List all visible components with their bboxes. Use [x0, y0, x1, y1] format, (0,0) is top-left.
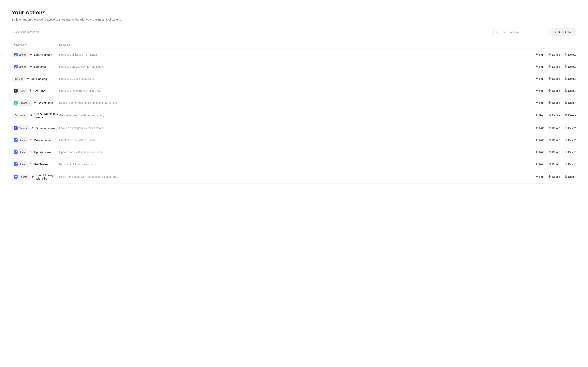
delete-icon: [564, 126, 567, 130]
run-button[interactable]: Run: [536, 89, 544, 92]
run-button[interactable]: Run: [536, 175, 544, 178]
svg-marker-55: [536, 114, 538, 116]
details-button[interactable]: Details: [548, 101, 561, 104]
details-icon: [548, 89, 551, 92]
svg-rect-12: [14, 65, 17, 68]
run-icon: [536, 126, 538, 130]
svg-rect-2: [14, 53, 17, 56]
delete-label: Delete: [568, 77, 576, 80]
action-description: Gets all issues in a Github repository.: [59, 114, 536, 117]
action-name-text: Select Data: [38, 101, 53, 105]
folder-name: Linear: [19, 163, 26, 166]
run-button[interactable]: Run: [536, 150, 544, 154]
action-name: Get Issue: [30, 65, 47, 68]
delete-label: Delete: [568, 150, 576, 154]
folder-badge: Linear: [12, 137, 28, 143]
lightning-icon: [30, 114, 33, 117]
svg-marker-13: [536, 65, 538, 67]
details-button[interactable]: Details: [548, 53, 561, 56]
action-description: Retrieves an issue by ID from Linear.: [59, 65, 536, 68]
delete-icon: [564, 89, 567, 92]
delete-button[interactable]: Delete: [564, 65, 576, 68]
delete-icon: [564, 77, 567, 80]
folder-icon: [14, 162, 17, 166]
action-name-text: Create Issue: [34, 139, 51, 142]
details-button[interactable]: Details: [548, 114, 561, 117]
delete-button[interactable]: Delete: [564, 77, 576, 80]
search-wrapper: [494, 28, 549, 36]
run-label: Run: [539, 101, 544, 104]
run-label: Run: [539, 163, 544, 166]
svg-rect-54: [14, 114, 17, 117]
row-actions: Run Details: [536, 150, 576, 154]
details-button[interactable]: Details: [548, 65, 561, 68]
row-actions: Run Details: [536, 101, 576, 104]
folder-name: Github: [19, 114, 26, 117]
svg-text:P: P: [15, 90, 16, 92]
lightning-icon: [30, 65, 32, 68]
svg-marker-76: [536, 139, 538, 141]
delete-button[interactable]: Delete: [564, 139, 576, 142]
delete-button[interactable]: Delete: [564, 163, 576, 166]
run-icon: [536, 101, 538, 104]
action-description: Retrieves all issues from Linear.: [59, 53, 536, 56]
run-button[interactable]: Run: [536, 163, 544, 166]
run-button[interactable]: Run: [536, 114, 544, 117]
run-icon: [536, 150, 538, 154]
delete-icon: [564, 65, 567, 68]
run-button[interactable]: Run: [536, 126, 544, 130]
action-description: Updates an existing issue in Linear.: [59, 150, 536, 154]
delete-label: Delete: [568, 89, 576, 92]
run-label: Run: [539, 65, 544, 68]
details-icon: [548, 126, 551, 130]
svg-rect-18: [565, 66, 567, 67]
run-button[interactable]: Run: [536, 139, 544, 142]
details-button[interactable]: Details: [548, 175, 561, 178]
delete-button[interactable]: Delete: [564, 101, 576, 104]
details-button[interactable]: Details: [548, 163, 561, 166]
delete-label: Delete: [568, 139, 576, 142]
delete-label: Delete: [568, 163, 576, 166]
search-input[interactable]: [494, 28, 549, 36]
details-button[interactable]: Details: [548, 150, 561, 154]
folder-name: Linear: [19, 139, 26, 142]
delete-button[interactable]: Delete: [564, 126, 576, 130]
run-label: Run: [539, 126, 544, 130]
run-button[interactable]: Run: [536, 101, 544, 104]
lightning-icon: [30, 150, 32, 154]
delete-label: Delete: [568, 126, 576, 130]
actions-table: Folder/Name Description Linear Get All I…: [12, 42, 576, 184]
lightning-icon: [30, 139, 32, 142]
details-button[interactable]: Details: [548, 89, 561, 92]
run-button[interactable]: Run: [536, 65, 544, 68]
folder-name: Discord: [19, 175, 27, 178]
action-name-text: Get Booking: [31, 77, 47, 81]
action-name: Update Issue: [30, 150, 51, 154]
details-label: Details: [552, 89, 561, 92]
action-description: Posts a message with an attached file to…: [59, 175, 536, 178]
svg-line-1: [498, 33, 498, 33]
plus-icon: +: [555, 31, 556, 34]
folder-badge: P Prefix: [12, 88, 27, 93]
action-name-text: Get All Repository Issues: [34, 112, 59, 119]
row-actions: Run Details: [536, 89, 576, 92]
table-row: Linear Get All Issues Retrieves all issu…: [12, 49, 576, 61]
run-button[interactable]: Run: [536, 53, 544, 56]
delete-icon: [564, 150, 567, 154]
details-button[interactable]: Details: [548, 77, 561, 80]
delete-button[interactable]: Delete: [564, 175, 576, 178]
run-icon: [536, 114, 538, 117]
delete-button[interactable]: Delete: [564, 150, 576, 154]
details-button[interactable]: Details: [548, 139, 561, 142]
delete-button[interactable]: Delete: [564, 53, 576, 56]
lightning-icon: [30, 53, 32, 56]
delete-button[interactable]: Delete: [564, 89, 576, 92]
toolbar: 17 Actions available + Build Action: [12, 28, 576, 36]
build-action-button[interactable]: + Build Action: [551, 28, 576, 36]
svg-rect-40: [565, 90, 567, 92]
run-button[interactable]: Run: [536, 77, 544, 80]
delete-button[interactable]: Delete: [564, 114, 576, 117]
details-button[interactable]: Details: [548, 126, 561, 130]
cell-folder: Discord Send Message With File: [12, 174, 59, 180]
run-label: Run: [539, 89, 544, 92]
